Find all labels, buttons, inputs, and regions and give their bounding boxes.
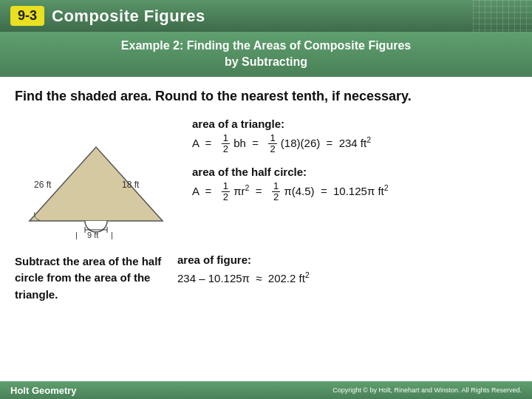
svg-text:9 ft: 9 ft [87, 231, 98, 239]
figure-container: 26 ft 18 ft 9 ft | | [15, 125, 177, 243]
svg-text:|: | [75, 231, 78, 239]
page-title: Composite Figures [52, 7, 205, 26]
footer-brand: Holt Geometry [10, 385, 77, 396]
example-title-line2: by Subtracting [225, 55, 307, 68]
fraction-half-2: 1 2 [268, 133, 276, 155]
problem-statement: Find the shaded area. Round to the neare… [15, 87, 517, 106]
area-figure: area of figure: 234 – 10.125π ≈ 202.2 ft… [177, 253, 517, 298]
section-badge: 9-3 [10, 6, 44, 26]
example-title-line1: Example 2: Finding the Areas of Composit… [121, 39, 411, 52]
content-columns: 26 ft 18 ft 9 ft | | area of a triangle:… [15, 117, 517, 243]
halfcircle-formula: A = 1 2 πr2 = 1 2 π(4.5) = 10.125π ft2 [192, 181, 517, 203]
triangle-formula: A = 1 2 bh = 1 2 (18)(26) = 234 ft2 [192, 133, 517, 155]
subtract-text: Subtract the area of the half circle fro… [15, 253, 163, 304]
bottom-section: Subtract the area of the half circle fro… [15, 253, 517, 304]
svg-text:26 ft: 26 ft [34, 180, 52, 190]
svg-text:|: | [111, 231, 113, 239]
main-content: Find the shaded area. Round to the neare… [0, 77, 532, 311]
geometry-figure: 26 ft 18 ft 9 ft | | [15, 125, 177, 239]
figure-column: 26 ft 18 ft 9 ft | | [15, 117, 177, 243]
footer: Holt Geometry Copyright © by Holt, Rineh… [0, 381, 532, 399]
footer-copyright: Copyright © by Holt, Rinehart and Winsto… [332, 386, 522, 394]
triangle-step-label: area of a triangle: [192, 117, 517, 130]
figure-area-formula: 234 – 10.125π ≈ 202.2 ft2 [177, 269, 517, 287]
fraction-half-1: 1 2 [222, 133, 230, 155]
svg-text:18 ft: 18 ft [122, 180, 140, 190]
example-title: Example 2: Finding the Areas of Composit… [0, 32, 532, 77]
solution-column: area of a triangle: A = 1 2 bh = 1 2 (18… [192, 117, 517, 213]
header-bar: 9-3 Composite Figures [0, 0, 532, 32]
halfcircle-step-label: area of the half circle: [192, 166, 517, 178]
fraction-half-4: 1 2 [272, 181, 280, 203]
fraction-half-3: 1 2 [222, 181, 230, 203]
figure-area-label: area of figure: [177, 253, 517, 266]
